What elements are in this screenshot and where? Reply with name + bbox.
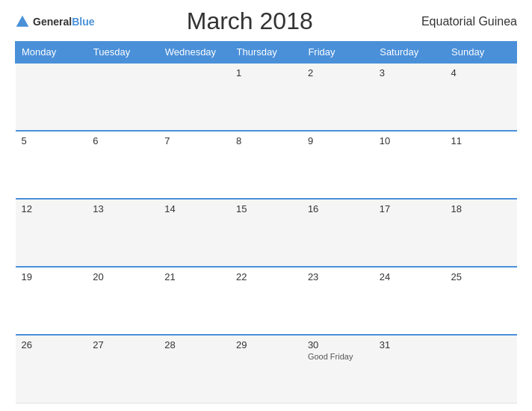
day-number: 19 [22, 271, 81, 282]
calendar-cell: 30Good Friday [302, 335, 374, 403]
day-number: 5 [22, 135, 81, 146]
day-number: 1 [236, 67, 296, 78]
day-number: 31 [380, 339, 439, 350]
day-number: 22 [236, 271, 296, 282]
holiday-label: Good Friday [308, 352, 368, 361]
calendar-cell: 5 [16, 131, 87, 199]
calendar-cell: 3 [374, 63, 445, 131]
day-number: 21 [164, 271, 224, 282]
day-number: 27 [93, 339, 152, 350]
calendar-cell: 27 [87, 335, 158, 403]
calendar-cell: 22 [230, 267, 302, 335]
day-number: 15 [236, 203, 296, 214]
calendar-header: MondayTuesdayWednesdayThursdayFridaySatu… [16, 42, 517, 64]
weekday-header-thursday: Thursday [230, 42, 302, 64]
day-number: 25 [451, 271, 511, 282]
day-number: 3 [380, 67, 439, 78]
calendar-cell: 29 [230, 335, 302, 403]
weekday-header-saturday: Saturday [374, 42, 445, 64]
calendar-week-row: 567891011 [16, 131, 517, 199]
country-label: Equatorial Guinea [405, 15, 517, 28]
day-number: 7 [164, 135, 224, 146]
day-number: 16 [308, 203, 368, 214]
logo-blue: Blue [72, 16, 94, 28]
day-number: 2 [308, 67, 368, 78]
calendar-cell: 23 [302, 267, 374, 335]
weekday-header-wednesday: Wednesday [158, 42, 230, 64]
calendar-cell: 21 [158, 267, 230, 335]
calendar-table: MondayTuesdayWednesdayThursdayFridaySatu… [15, 41, 517, 404]
day-number: 24 [380, 271, 439, 282]
calendar-cell: 31 [374, 335, 445, 403]
logo: GeneralBlue [15, 14, 94, 29]
day-number: 28 [164, 339, 224, 350]
day-number: 13 [93, 203, 152, 214]
calendar-cell: 4 [445, 63, 517, 131]
calendar-cell: 10 [374, 131, 445, 199]
calendar-cell: 2 [302, 63, 374, 131]
day-number: 23 [308, 271, 368, 282]
calendar-week-row: 19202122232425 [16, 267, 517, 335]
weekday-header-friday: Friday [302, 42, 374, 64]
calendar-cell: 25 [445, 267, 517, 335]
day-number: 17 [380, 203, 439, 214]
day-number: 14 [164, 203, 224, 214]
calendar-cell [87, 63, 158, 131]
calendar-cell: 1 [230, 63, 302, 131]
calendar-cell: 28 [158, 335, 230, 403]
calendar-cell [16, 63, 87, 131]
logo-icon [15, 14, 30, 29]
calendar-cell: 16 [302, 199, 374, 267]
calendar-cell: 8 [230, 131, 302, 199]
calendar-cell: 6 [87, 131, 158, 199]
calendar-cell [158, 63, 230, 131]
calendar-cell: 18 [445, 199, 517, 267]
calendar-cell: 26 [16, 335, 87, 403]
day-number: 29 [236, 339, 296, 350]
weekday-header-sunday: Sunday [445, 42, 517, 64]
logo-general: General [33, 16, 72, 28]
calendar-cell: 7 [158, 131, 230, 199]
day-number: 30 [308, 339, 368, 350]
calendar-cell: 12 [16, 199, 87, 267]
calendar-week-row: 2627282930Good Friday31 [16, 335, 517, 403]
day-number: 8 [236, 135, 296, 146]
logo-text: GeneralBlue [33, 15, 94, 28]
calendar-cell: 11 [445, 131, 517, 199]
day-number: 9 [308, 135, 368, 146]
calendar-week-row: 1234 [16, 63, 517, 131]
calendar-cell: 14 [158, 199, 230, 267]
day-number: 6 [93, 135, 152, 146]
day-number: 20 [93, 271, 152, 282]
weekday-header-tuesday: Tuesday [87, 42, 158, 64]
calendar-cell: 9 [302, 131, 374, 199]
calendar-cell: 17 [374, 199, 445, 267]
calendar-cell: 20 [87, 267, 158, 335]
day-number: 12 [22, 203, 81, 214]
weekday-header-monday: Monday [16, 42, 87, 64]
calendar-cell: 13 [87, 199, 158, 267]
day-number: 4 [451, 67, 511, 78]
day-number: 26 [22, 339, 81, 350]
day-number: 11 [451, 135, 511, 146]
page-header: GeneralBlue March 2018 Equatorial Guinea [15, 7, 517, 35]
calendar-body: 1234567891011121314151617181920212223242… [16, 63, 517, 404]
day-number: 18 [451, 203, 511, 214]
calendar-cell: 15 [230, 199, 302, 267]
calendar-cell [445, 335, 517, 403]
svg-marker-0 [16, 15, 29, 26]
calendar-cell: 19 [16, 267, 87, 335]
day-number: 10 [380, 135, 439, 146]
calendar-cell: 24 [374, 267, 445, 335]
month-title: March 2018 [94, 7, 405, 35]
weekday-header-row: MondayTuesdayWednesdayThursdayFridaySatu… [16, 42, 517, 64]
calendar-week-row: 12131415161718 [16, 199, 517, 267]
